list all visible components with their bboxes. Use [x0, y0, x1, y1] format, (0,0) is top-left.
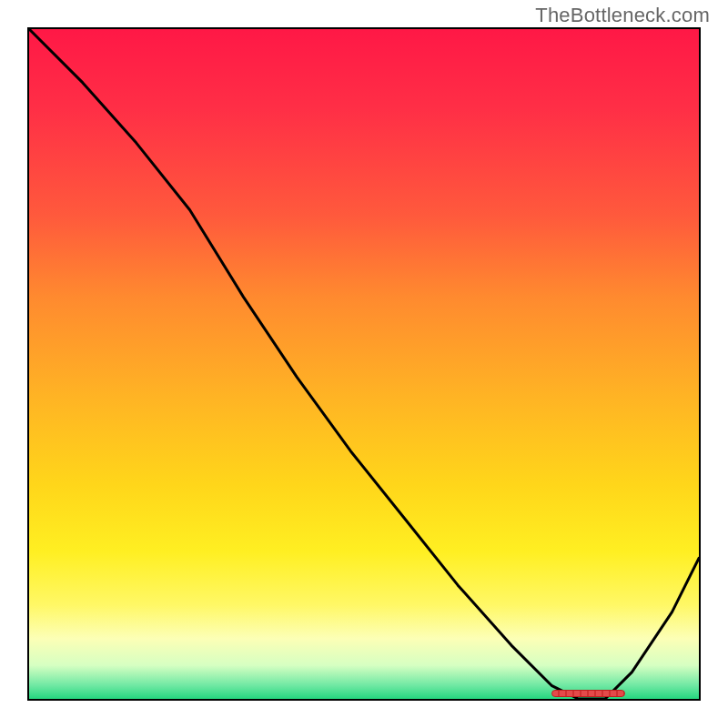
curve-path [29, 29, 699, 699]
bottleneck-curve [29, 29, 699, 699]
watermark-text: TheBottleneck.com [535, 4, 710, 27]
plot-area [27, 27, 701, 701]
optimum-range-marker [551, 690, 625, 697]
chart-container: TheBottleneck.com [0, 0, 728, 728]
